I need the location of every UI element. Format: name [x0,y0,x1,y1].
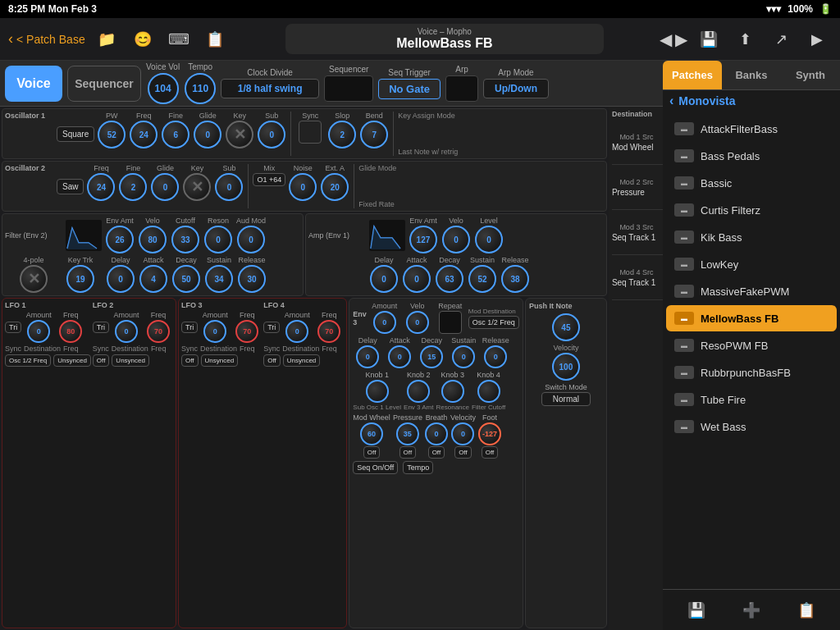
osc1-pw-knob[interactable]: 52 [98,121,126,148]
lfo2-dest[interactable]: Off [93,354,110,367]
patch-item-wetbass[interactable]: ▬ Wet Bass [666,413,837,440]
patch-item-basspedals[interactable]: ▬ Bass Pedals [666,143,837,169]
pressure-dest[interactable]: Off [399,446,417,459]
lfo2-freq-knob[interactable]: 70 [147,320,170,343]
amp-attack-knob[interactable]: 0 [403,265,431,293]
lfo4-dest[interactable]: Off [263,354,281,367]
back-button[interactable]: ‹ < Patch Base [8,30,85,48]
knob1-knob[interactable] [366,380,389,403]
osc1-key-knob[interactable]: ✕ [226,121,253,148]
copy-footer-icon[interactable]: 📋 [793,597,819,623]
env3-attack-knob[interactable]: 0 [388,345,411,368]
prev-button[interactable]: ◀ [660,30,672,49]
arp-mode-display[interactable]: Up/Down [483,79,549,98]
patch-item-resopwm[interactable]: ▬ ResoPWM FB [666,332,837,358]
seq-onoff[interactable]: Seq On/Off [353,461,398,474]
env3-delay-knob[interactable]: 0 [356,345,379,368]
filter-reson-knob[interactable]: 0 [204,226,232,253]
osc1-shape[interactable]: Square [57,126,94,142]
add-footer-icon[interactable]: ➕ [738,597,765,623]
velocity-knob2[interactable]: 0 [451,422,474,445]
filter-release-knob[interactable]: 30 [238,265,266,293]
filter-envamt-knob[interactable]: 26 [106,226,134,253]
patch-item-attackfilterbass[interactable]: ▬ AttackFilterBass [666,116,837,142]
amp-delay-knob[interactable]: 0 [370,265,398,293]
tab-patches[interactable]: Patches [663,61,722,89]
osc2-fine-knob[interactable]: 2 [119,173,147,201]
amp-decay-knob[interactable]: 63 [436,265,463,293]
filter-audmod-knob[interactable]: 0 [237,226,265,253]
osc2-glide-knob[interactable]: 0 [151,173,179,201]
foot-dest[interactable]: Off [482,446,499,459]
lfo4-shape[interactable]: Tri [263,322,280,333]
osc1-freq-knob[interactable]: 24 [130,121,158,148]
pressure-knob[interactable]: 35 [396,422,419,445]
filter-keytrk-knob[interactable]: 19 [66,265,94,293]
filter-attack-knob[interactable]: 4 [139,265,167,293]
lfo1-freq-knob[interactable]: 80 [59,320,82,343]
face-icon[interactable]: 😊 [128,25,158,54]
osc2-shape[interactable]: Saw [57,179,84,194]
osc1-slop-knob[interactable]: 2 [328,121,356,148]
foot-knob[interactable]: -127 [478,422,501,445]
right-nav-icon[interactable]: ▶ [802,25,832,54]
sequencer-button[interactable]: Sequencer [67,66,141,102]
osc1-bend-knob[interactable]: 7 [360,121,388,148]
voice-button[interactable]: Voice [5,66,62,102]
env3-dest-val[interactable]: Osc 1/2 Freq [468,316,519,329]
save-footer-icon[interactable]: 💾 [683,597,710,623]
patch-item-kikbass[interactable]: ▬ Kik Bass [666,224,837,250]
filter-velo-knob[interactable]: 80 [139,226,167,253]
lfo2-shape[interactable]: Tri [93,322,109,333]
filter-cutoff-knob[interactable]: 33 [171,226,199,253]
breath-dest[interactable]: Off [428,446,445,459]
osc1-sync-btn[interactable] [299,121,322,144]
save-icon[interactable]: 💾 [694,25,724,54]
osc1-sub-knob[interactable]: 0 [258,121,285,148]
switch-mode-val[interactable]: Normal [541,392,591,406]
osc1-glide-knob[interactable]: 0 [194,121,221,148]
patch-item-bassic[interactable]: ▬ Bassic [666,170,837,196]
patch-item-lowkey[interactable]: ▬ LowKey [666,251,837,277]
amp-envamt-knob[interactable]: 127 [409,226,437,253]
lfo3-freq-mode[interactable]: Unsynced [201,354,239,367]
voice-vol-knob[interactable]: 104 [148,73,179,104]
env3-decay-knob[interactable]: 15 [420,345,443,368]
velocity-dest[interactable]: Off [454,446,472,459]
osc2-mix-val[interactable]: O1 +64 [253,173,285,186]
share-icon[interactable]: ↗ [766,25,796,54]
tab-banks[interactable]: Banks [722,61,781,89]
osc2-noise-knob[interactable]: 0 [289,173,317,201]
folder-icon[interactable]: 📁 [92,25,121,54]
lfo4-freq-mode[interactable]: Unsynced [283,354,321,367]
breath-knob[interactable]: 0 [425,422,448,445]
lfo1-dest[interactable]: Osc 1/2 Freq [5,354,51,367]
lfo4-amount-knob[interactable]: 0 [285,320,308,343]
patch-item-mellowbassfb[interactable]: ▬ MellowBass FB [666,305,837,331]
keyboard-icon[interactable]: ⌨ [164,25,194,54]
lfo4-freq-knob[interactable]: 70 [317,320,340,343]
knob4-knob[interactable] [477,380,500,403]
filter-decay-knob[interactable]: 50 [172,265,200,293]
clock-divide-display[interactable]: 1/8 half swing [221,79,319,98]
copy-icon[interactable]: 📋 [200,25,230,54]
lfo2-freq-mode[interactable]: Unsynced [112,354,149,367]
osc2-ext-knob[interactable]: 20 [321,173,349,201]
env3-amount-knob[interactable]: 0 [373,311,396,334]
tab-synth[interactable]: Synth [781,61,840,89]
lfo3-dest[interactable]: Off [181,354,199,367]
filter-4pole-knob[interactable]: ✕ [20,265,48,293]
amp-release-knob[interactable]: 38 [501,265,529,293]
push-velocity-knob[interactable]: 100 [552,353,580,381]
patch-item-rubbrpunchbasfb[interactable]: ▬ RubbrpunchBasFB [666,359,837,386]
lfo3-freq-knob[interactable]: 70 [235,320,258,343]
osc2-key-knob[interactable]: ✕ [183,173,211,201]
amp-level-knob[interactable]: 0 [475,226,503,253]
knob3-knob[interactable] [441,380,464,403]
osc2-freq-knob[interactable]: 24 [87,173,115,201]
lfo2-amount-knob[interactable]: 0 [115,320,138,343]
knob2-knob[interactable] [407,380,430,403]
filter-sustain-knob[interactable]: 34 [205,265,233,293]
modwheel-dest[interactable]: Off [363,446,381,459]
patch-item-tubefire[interactable]: ▬ Tube Fire [666,386,837,413]
